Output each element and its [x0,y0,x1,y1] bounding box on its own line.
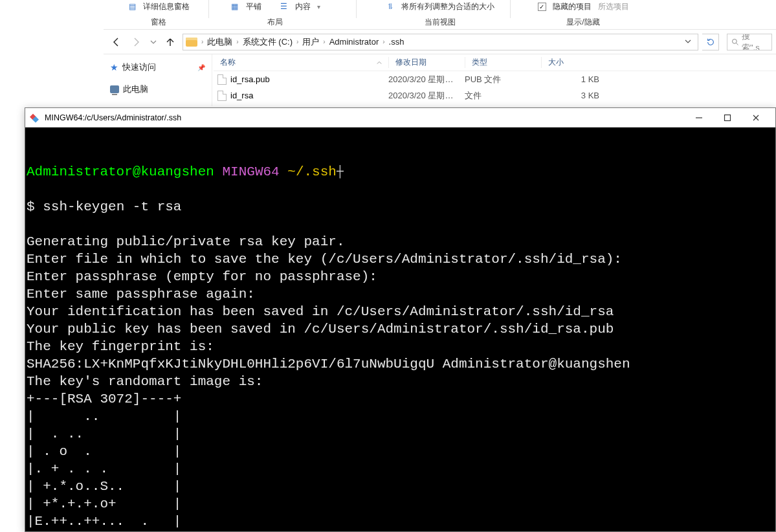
refresh-button[interactable] [702,34,719,50]
search-placeholder: 搜索".s [742,34,768,50]
tile-view-button[interactable]: 平铺 [246,1,261,12]
fit-columns-button[interactable]: 将所有列调整为合适的大小 [401,1,494,12]
col-date[interactable]: 修改日期 [388,57,465,68]
terminal-output: Generating public/private rsa key pair. … [27,233,774,532]
star-icon: ★ [110,62,118,72]
fit-columns-icon: ⥮ [386,2,395,11]
explorer-tree: ★ 快速访问 📌 此电脑 [104,54,212,106]
address-dropdown-icon[interactable] [681,37,695,47]
file-name: id_rsa.pub [230,74,388,84]
nav-recent-button[interactable] [149,34,158,50]
file-name: id_rsa [230,91,388,100]
file-type: PUB 文件 [465,74,541,85]
ribbon-group-showhide: 显示/隐藏 [515,17,651,28]
search-icon [731,38,739,46]
tile-view-icon: ▦ [230,2,239,11]
close-button[interactable] [742,108,770,127]
file-icon [217,91,227,101]
tree-this-pc-label: 此电脑 [123,83,148,95]
tree-quick-access[interactable]: ★ 快速访问 📌 [106,60,209,75]
nav-up-button[interactable] [162,34,179,50]
svg-point-0 [733,39,737,43]
file-date: 2020/3/20 星期… [388,74,465,85]
tree-quick-access-label: 快速访问 [122,61,156,73]
file-list: id_rsa.pub 2020/3/20 星期… PUB 文件 1 KB id_… [214,71,776,104]
terminal-window: MINGW64:/c/Users/Administrator/.ssh Admi… [25,107,776,532]
terminal-title-text: MINGW64:/c/Users/Administrator/.ssh [45,113,181,122]
file-size: 1 KB [541,74,612,84]
file-columns-header: 名称 修改日期 类型 大小 [214,54,776,71]
crumb-this-pc[interactable]: 此电脑 [205,36,235,48]
file-icon [217,74,227,85]
minimize-button[interactable] [685,108,713,127]
sort-indicator-icon [377,60,382,65]
content-view-button[interactable]: 内容 [295,1,311,12]
file-date: 2020/3/20 星期… [388,90,465,102]
tree-this-pc[interactable]: 此电脑 [106,82,209,97]
file-row[interactable]: id_rsa 2020/3/20 星期… 文件 3 KB [214,87,776,104]
file-size: 3 KB [541,91,612,100]
content-view-icon: ☰ [280,2,289,11]
crumb-administrator[interactable]: Administrator [327,37,382,47]
prompt-user: Administrator [27,164,133,179]
prompt-host: kuangshen [140,164,214,179]
address-bar[interactable]: › 此电脑 › 系统文件 (C:) › 用户 › Administrator ›… [183,34,698,50]
terminal-titlebar[interactable]: MINGW64:/c/Users/Administrator/.ssh [25,108,775,127]
svg-rect-1 [725,115,731,120]
crumb-ssh[interactable]: .ssh [386,37,407,47]
file-row[interactable]: id_rsa.pub 2020/3/20 星期… PUB 文件 1 KB [214,71,776,87]
git-bash-icon [30,113,39,122]
folder-icon [186,38,197,47]
hidden-items-label: 隐藏的项目 [553,1,592,12]
selected-items-button[interactable]: 所选项目 [598,1,629,12]
col-size[interactable]: 大小 [541,57,612,68]
crumb-users[interactable]: 用户 [300,36,322,48]
maximize-button[interactable] [713,108,742,127]
details-pane-icon: ▤ [127,2,137,11]
pc-icon [110,85,119,93]
col-name[interactable]: 名称 [214,57,388,68]
ribbon-group-currentview: 当前视图 [375,17,505,28]
terminal-command: ssh-keygen -t rsa [43,199,181,214]
pin-icon: 📌 [197,64,205,71]
text-cursor-icon: ┼ [337,165,344,178]
ribbon-group-panes: 窗格 [110,17,207,28]
search-box[interactable]: 搜索".s [727,34,772,50]
file-type: 文件 [465,90,541,102]
crumb-c-drive[interactable]: 系统文件 (C:) [240,36,295,48]
details-pane-button[interactable]: 详细信息窗格 [143,1,190,12]
prompt-path: ~/.ssh [287,164,337,179]
hidden-items-checkbox[interactable]: ✓ [538,3,546,11]
explorer-ribbon: ▤ 详细信息窗格 窗格 ▦ 平铺 ☰ 内容 ▾ 布局 ⥮ 将所有列调整为合适的大… [104,0,776,30]
nav-back-button[interactable] [107,34,124,50]
explorer-navbar: › 此电脑 › 系统文件 (C:) › 用户 › Administrator ›… [104,30,776,54]
terminal-body[interactable]: Administrator@kuangshen MINGW64 ~/.ssh┼ … [25,127,775,532]
nav-forward-button[interactable] [128,34,145,50]
prompt-env: MINGW64 [222,164,279,179]
col-type[interactable]: 类型 [465,57,541,68]
ribbon-group-layout: 布局 [210,17,340,28]
